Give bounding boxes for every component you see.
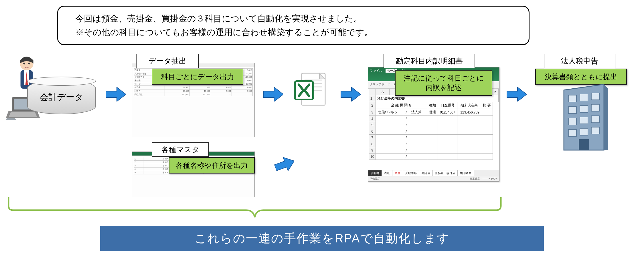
- sheet-tab[interactable]: 売掛金: [419, 170, 433, 176]
- arrow-icon: [263, 87, 283, 101]
- svg-rect-19: [591, 104, 599, 111]
- breakdown-grid: ABCDEFGHIJK 1預貯金等の内訳書 2 金 融 機 関 名 種類 口座番…: [369, 89, 499, 160]
- top-description-line2: ※その他の科目についてもお客様の運用に合わせ構築することが可能です。: [75, 25, 511, 39]
- svg-rect-21: [580, 117, 588, 124]
- excel-file-icon: [292, 71, 329, 109]
- breakdown-title: 勘定科目内訳明細書: [384, 54, 475, 68]
- brace-icon: [6, 194, 504, 220]
- master-title: 各種マスタ: [152, 142, 209, 157]
- svg-rect-16: [591, 93, 599, 100]
- sheet-tabs: 説明書 表紙 預金 受取手形 売掛金 仮払金・繰付金 棚卸資産: [368, 170, 499, 176]
- svg-rect-20: [568, 118, 576, 125]
- arrow-icon: [341, 87, 361, 101]
- extract-action: 科目ごとにデータ出力: [152, 69, 243, 85]
- building-icon: [558, 79, 610, 153]
- arrow-icon: [507, 87, 527, 101]
- extract-title: データ抽出: [136, 54, 199, 68]
- sheet-tab[interactable]: 表紙: [382, 170, 392, 176]
- footer-banner: これらの一連の手作業をRPAで自動化します: [100, 226, 544, 251]
- top-description-line1: 今回は預金、売掛金、買掛金の３科目について自動化を実現させました。: [75, 12, 511, 25]
- sheet-tab[interactable]: 仮払金・繰付金: [432, 170, 458, 176]
- accounting-data-label: 会計データ: [40, 91, 83, 103]
- breakdown-action: 注記に従って科目ごとに 内訳を記述: [395, 70, 492, 96]
- sheet-tab[interactable]: 受取手形: [403, 170, 419, 176]
- footer-text: これらの一連の手作業をRPAで自動化します: [194, 230, 449, 246]
- svg-rect-15: [580, 94, 588, 101]
- svg-rect-24: [580, 128, 588, 135]
- flow-area: 会計データ 売掛金84,5677,9813,0183,018 買掛金(未払)21…: [0, 51, 644, 194]
- arrow-icon: [106, 87, 126, 101]
- svg-rect-26: [579, 139, 589, 150]
- top-description: 今回は預金、売掛金、買掛金の３科目について自動化を実現させました。 ※その他の科…: [57, 6, 530, 45]
- svg-point-4: [28, 63, 30, 64]
- svg-rect-18: [580, 105, 588, 112]
- svg-rect-23: [568, 129, 576, 136]
- accounting-data-cylinder: 会計データ: [27, 80, 96, 114]
- svg-rect-14: [568, 95, 576, 102]
- tax-title: 法人税申告: [544, 54, 615, 68]
- arrow-icon: [273, 154, 297, 175]
- svg-point-3: [23, 63, 25, 64]
- svg-rect-22: [591, 116, 599, 123]
- svg-rect-17: [568, 107, 576, 113]
- master-action: 各種名称や住所を出力: [169, 157, 255, 174]
- sheet-tab[interactable]: 説明書: [368, 170, 382, 176]
- sheet-tab[interactable]: 棚卸資産: [457, 170, 474, 176]
- sheet-tab[interactable]: 預金: [392, 170, 403, 176]
- svg-rect-25: [591, 127, 599, 134]
- status-bar: 準備完了 表示設定 ─── + 100%: [368, 176, 499, 181]
